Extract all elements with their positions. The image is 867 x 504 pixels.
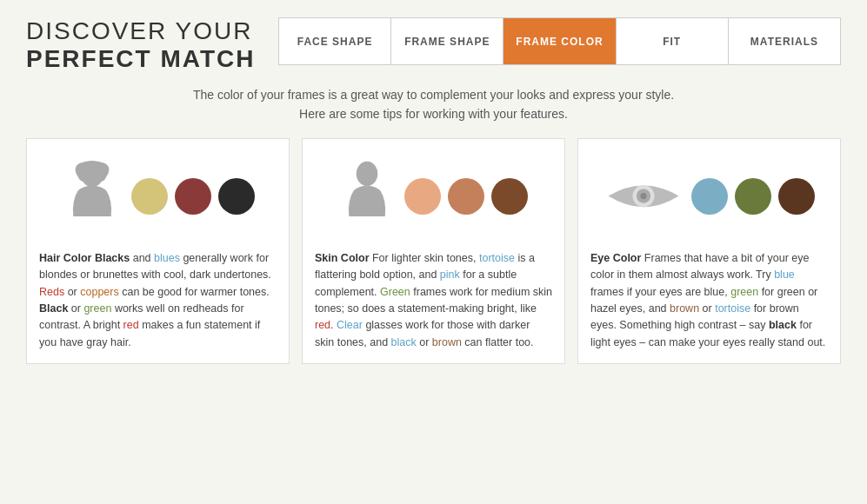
tab-frame-shape[interactable]: FRAME SHAPE [391,18,504,64]
eye-circle-green [735,178,771,215]
subtitle: The color of your frames is a great way … [26,85,841,124]
tab-face-shape[interactable]: FACE SHAPE [279,18,391,64]
hair-circle-black [218,178,255,215]
cards-row: Hair Color Blacks and blues generally wo… [26,138,841,364]
eye-color-circles [691,178,815,215]
hair-color-card: Hair Color Blacks and blues generally wo… [26,138,290,364]
hair-card-visual [39,153,277,240]
title-perfect: PERFECT MATCH [26,45,278,73]
eye-color-card: Eye Color Frames that have a bit of your… [577,138,841,364]
eye-circle-blue [691,178,728,215]
skin-card-visual [315,153,552,240]
hair-circle-brunette [175,178,211,215]
header: DISCOVER YOUR PERFECT MATCH FACE SHAPE F… [26,17,841,73]
skin-color-circles [404,178,528,215]
tab-frame-color[interactable]: FRAME COLOR [504,18,616,64]
title-block: DISCOVER YOUR PERFECT MATCH [26,17,278,73]
hair-circle-blonde [131,178,168,215]
skin-color-card: Skin Color For lighter skin tones, torto… [302,138,565,364]
skin-circle-light [404,178,441,215]
skin-card-text: Skin Color For lighter skin tones, torto… [315,250,552,351]
eye-card-text: Eye Color Frames that have a bit of your… [590,250,828,351]
skin-circle-dark [491,178,528,215]
hair-color-circles [131,178,255,215]
eye-circle-brown [778,178,815,215]
tab-fit[interactable]: FIT [617,18,729,64]
title-discover: DISCOVER YOUR [26,17,278,45]
eye-label: Eye Color [590,252,641,264]
skin-label: Skin Color [315,252,370,264]
hair-label: Hair Color [39,252,91,264]
eye-card-visual [590,153,828,240]
eye-silhouette-icon [604,170,683,222]
page-wrapper: DISCOVER YOUR PERFECT MATCH FACE SHAPE F… [0,0,867,404]
skin-circle-medium [448,178,484,215]
nav-tabs: FACE SHAPE FRAME SHAPE FRAME COLOR FIT M… [278,17,841,65]
female-silhouette-icon [62,159,123,233]
tab-materials[interactable]: MATERIALS [729,18,840,64]
hair-card-text: Hair Color Blacks and blues generally wo… [39,250,277,351]
svg-point-4 [640,193,646,199]
svg-point-1 [357,162,378,186]
male-silhouette-icon [339,159,396,233]
